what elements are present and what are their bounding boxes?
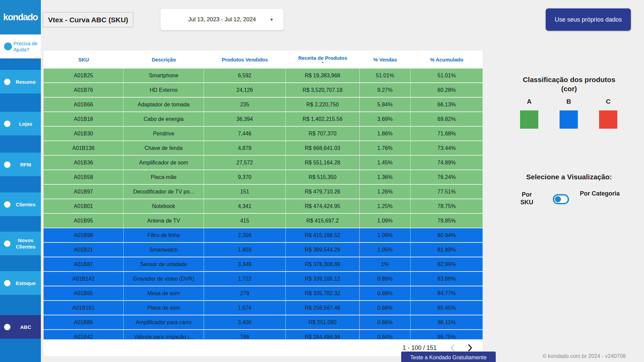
cell-sku: A01B87	[44, 257, 124, 271]
sidebar-item-clientes[interactable]: Clientes	[0, 192, 41, 216]
table-row[interactable]: A01B30 Pendrive 7,446 R$ 707,370 1.86% 7…	[44, 127, 483, 140]
cell-produtos-vendidos: 9,370	[204, 170, 286, 184]
sidebar-item-estoque[interactable]: Estoque	[0, 271, 41, 295]
legend-title-line2: (cor)	[561, 85, 577, 93]
cell-pct-acumulado: 77.51%	[411, 185, 483, 199]
cell-pct-acumulado: 82.99%	[411, 257, 483, 271]
table-header-row: SKU ▼ Descrição ▼ Produtos Vendidos ▼ Re…	[44, 51, 483, 69]
cell-pct-vendas: 1.76%	[360, 141, 411, 155]
legend-class-b: B	[560, 98, 578, 129]
date-range-picker[interactable]: Jul 13, 2023 - Jul 12, 2024 ▼	[160, 9, 284, 30]
cell-pct-acumulado: 80.94%	[411, 228, 483, 242]
cell-sku: A01B42	[44, 330, 124, 339]
sidebar-item-abc[interactable]: ABC	[0, 315, 41, 339]
cell-sku: A01B136	[44, 141, 124, 155]
cell-sku: A01B142	[44, 272, 124, 286]
table-row[interactable]: A01B25 Smartphone 6,592 R$ 19,383,968 51…	[44, 69, 483, 82]
column-header[interactable]: Receita de Produtos ▼	[286, 51, 360, 69]
date-range-label: Jul 13, 2023 - Jul 12, 2024	[188, 16, 256, 23]
cell-pct-vendas: 0.88%	[360, 286, 411, 300]
table-row[interactable]: A01B86 Amplificador para carro 3,400 R$ …	[44, 315, 483, 329]
table-row[interactable]: A01B18 Cabo de energia 36,394 R$ 1,402,2…	[44, 112, 483, 126]
cell-produtos-vendidos: 746	[204, 330, 286, 339]
cell-receita: R$ 3,520,707.18	[286, 83, 360, 97]
cell-produtos-vendidos: 415	[204, 214, 286, 228]
column-header[interactable]: % Acumulado ▼	[411, 51, 483, 69]
legend-class-c: C	[599, 98, 617, 129]
table-row[interactable]: A01B87 Sensor de umidade 3,349 R$ 378,30…	[44, 257, 483, 271]
cell-pct-vendas: 1%	[360, 257, 411, 271]
column-header[interactable]: SKU ▼	[44, 51, 124, 69]
sidebar-item-label: Novos Clientes	[10, 237, 41, 250]
cell-receita: R$ 668,641.03	[286, 141, 360, 155]
cell-pct-acumulado: 73.44%	[411, 141, 483, 155]
cell-pct-acumulado: 51.01%	[411, 69, 483, 82]
sidebar-item-label: Estoque	[10, 280, 41, 286]
table-row[interactable]: A01B136 Chave de fenda 4,879 R$ 668,641.…	[44, 141, 483, 155]
legend-title: Classificação dos produtos (cor)	[493, 75, 644, 93]
cell-pct-acumulado: 71.68%	[411, 127, 483, 140]
table-row[interactable]: A01B65 Mesa de som 279 R$ 335,782.32 0.8…	[44, 286, 483, 300]
cell-receita: R$ 415,697.2	[286, 214, 360, 228]
pagination-range: 1 - 100 / 151	[403, 344, 437, 352]
cell-sku: A01B95	[44, 214, 124, 228]
cell-pct-acumulado: 60.28%	[411, 83, 483, 97]
sidebar-item-label: ABC	[10, 324, 41, 330]
cell-descricao: Gravador de vídeo (DVR)	[124, 272, 204, 286]
cell-pct-vendas: 1.25%	[360, 199, 411, 213]
table-row[interactable]: A01B161 Placa de som 1,574 R$ 258,567.48…	[44, 301, 483, 315]
cell-pct-acumulado: 69.82%	[411, 112, 483, 126]
column-header[interactable]: Produtos Vendidos ▼	[204, 51, 286, 69]
cell-pct-acumulado: 86.75%	[411, 330, 483, 339]
cell-descricao: Válvula para irrigação i...	[124, 330, 204, 339]
view-toggle[interactable]	[553, 194, 569, 204]
cell-pct-acumulado: 79.85%	[411, 214, 483, 228]
sidebar-item-lojas[interactable]: Lojas	[0, 112, 41, 135]
cell-produtos-vendidos: 279	[204, 286, 286, 300]
sidebar-item-label: Resumo	[10, 79, 41, 85]
cell-produtos-vendidos: 7,446	[204, 127, 286, 140]
cell-pct-acumulado: 86.11%	[411, 315, 483, 329]
table-row[interactable]: A01B58 Placa-mãe 9,370 R$ 515,350 1.36% …	[44, 170, 483, 184]
cell-receita: R$ 474,424.95	[286, 199, 360, 213]
table-row[interactable]: A01B97 Decodificador de TV po... 151 R$ …	[44, 185, 483, 199]
cell-pct-acumulado: 66.13%	[411, 98, 483, 111]
column-header-label: % Acumulado	[430, 57, 463, 62]
table-row[interactable]: A01B21 Smartwatch 1,603 R$ 399,544.29 1.…	[44, 243, 483, 257]
table-row[interactable]: A01B95 Antena de TV 415 R$ 415,697.2 1.0…	[44, 214, 483, 228]
cell-descricao: Smartphone	[124, 69, 204, 82]
table-row[interactable]: A01B142 Gravador de vídeo (DVR) 1,722 R$…	[44, 272, 483, 286]
cell-receita: R$ 399,544.29	[286, 243, 360, 257]
sidebar: kondado Precisa de Ajuda? Resumo Lojas R…	[0, 0, 41, 362]
table-row[interactable]: A01B66 Adaptador de tomada 235 R$ 2,220,…	[44, 98, 483, 111]
table-row[interactable]: A01B98 Filtro de linha 2,356 R$ 415,166.…	[44, 228, 483, 242]
legend-title-line1: Classificação dos produtos	[523, 76, 615, 83]
cell-descricao: Amplificador para carro	[124, 315, 204, 329]
sidebar-item-novos-clientes[interactable]: Novos Clientes	[0, 232, 41, 255]
cell-sku: A01B76	[44, 83, 124, 97]
cell-produtos-vendidos: 24,126	[204, 83, 286, 97]
bullet-icon	[4, 161, 10, 168]
cell-receita: R$ 19,383,968	[286, 69, 360, 82]
legend-color-swatch	[520, 110, 538, 129]
table-row[interactable]: A01B36 Amplificador de som 27,572 R$ 551…	[44, 156, 483, 170]
cell-produtos-vendidos: 27,572	[204, 156, 286, 170]
cell-sku: A01B65	[44, 286, 124, 300]
bullet-icon	[4, 280, 10, 286]
cell-pct-vendas: 0.66%	[360, 315, 411, 329]
cell-receita: R$ 251,090	[286, 315, 360, 329]
table-row[interactable]: A01B42 Válvula para irrigação i... 746 R…	[44, 330, 483, 339]
column-header[interactable]: Descrição ▼	[124, 51, 204, 69]
try-kondado-button[interactable]: Teste a Kondado Gratuitamente	[401, 352, 496, 362]
legend-class-label: B	[566, 98, 571, 106]
cell-pct-vendas: 3.69%	[360, 112, 411, 126]
table-row[interactable]: A01B01 Notebook 4,341 R$ 474,424.95 1.25…	[44, 199, 483, 213]
cell-pct-vendas: 9.27%	[360, 83, 411, 97]
use-own-data-button[interactable]: Use seus próprios dados	[546, 8, 631, 31]
cell-sku: A01B97	[44, 185, 124, 199]
sidebar-item-resumo[interactable]: Resumo	[0, 70, 41, 94]
sidebar-item-rfm[interactable]: RFM	[0, 153, 41, 176]
column-header-label: Receita de Produtos	[298, 55, 347, 61]
table-row[interactable]: A01B76 HD Externo 24,126 R$ 3,520,707.18…	[44, 83, 483, 97]
column-header[interactable]: % Vendas ▼	[360, 51, 411, 69]
